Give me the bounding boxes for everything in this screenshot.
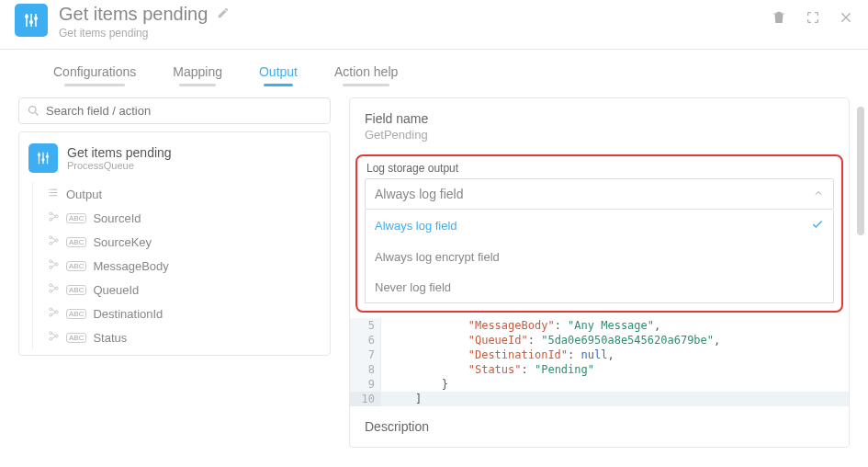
field-tree: Get items pending ProcessQueue OutputABC… (18, 131, 331, 356)
page-title: Get items pending (59, 4, 208, 25)
tab-output[interactable]: Output (257, 59, 299, 85)
svg-point-2 (34, 17, 38, 20)
option-label: Never log field (375, 280, 451, 294)
search-box[interactable] (18, 97, 331, 124)
code-line: 9 } (350, 377, 849, 392)
tab-bar: Configurations Mapping Output Action hel… (0, 50, 868, 85)
svg-point-22 (50, 308, 52, 311)
tab-configurations[interactable]: Configurations (51, 59, 138, 85)
tree-item[interactable]: ABCSourceKey (19, 230, 330, 254)
type-badge-abc: ABC (66, 333, 86, 343)
branch-icon (48, 282, 60, 297)
log-storage-section: Log storage output Always log field Alwa… (355, 154, 843, 313)
tree-root-sub: ProcessQueue (67, 160, 172, 171)
log-storage-option[interactable]: Always log field (366, 210, 833, 242)
detail-panel: Field name GetPending Log storage output… (349, 97, 850, 448)
action-icon (15, 4, 48, 37)
line-number: 7 (350, 347, 381, 362)
tree-item[interactable]: ABCStatus (19, 325, 330, 349)
svg-point-15 (55, 239, 58, 242)
tree-item[interactable]: ABCSourceId (19, 206, 330, 230)
log-storage-option[interactable]: Never log field (366, 272, 833, 302)
svg-point-25 (50, 332, 52, 335)
expand-button[interactable] (806, 10, 820, 28)
svg-point-5 (41, 158, 44, 161)
tree-item-label: SourceId (93, 211, 141, 225)
tree-item[interactable]: ABCDestinationId (19, 302, 330, 325)
branch-icon (48, 330, 60, 345)
tree-root-title: Get items pending (67, 145, 172, 160)
svg-point-3 (29, 107, 37, 114)
tree-item-label: DestinationId (93, 307, 163, 321)
edit-title-icon[interactable] (217, 6, 230, 22)
svg-point-20 (50, 290, 52, 292)
tree-item-label: QueueId (93, 283, 139, 297)
line-number: 10 (350, 392, 381, 406)
tab-mapping[interactable]: Mapping (171, 59, 224, 85)
close-button[interactable] (839, 10, 853, 28)
line-number: 9 (350, 377, 381, 392)
svg-point-8 (49, 192, 50, 193)
option-label: Always log encrypt field (375, 250, 500, 264)
field-name-label: Field name (365, 111, 834, 126)
svg-point-19 (50, 284, 52, 287)
tree-item[interactable]: ABCMessageBody (19, 254, 330, 278)
pencil-icon (217, 6, 230, 19)
line-number: 5 (350, 318, 381, 333)
search-icon (27, 104, 40, 118)
code-line: 5 "MessageBody": "Any Message", (350, 318, 849, 333)
log-storage-options: Always log fieldAlways log encrypt field… (365, 210, 834, 303)
svg-point-7 (49, 189, 50, 190)
chevron-up-icon (813, 187, 824, 201)
branch-icon (48, 211, 60, 225)
type-badge-abc: ABC (66, 309, 86, 319)
line-number: 6 (350, 333, 381, 347)
svg-point-1 (29, 20, 33, 24)
option-label: Always log field (375, 219, 457, 233)
svg-point-9 (49, 195, 50, 196)
search-input[interactable] (46, 104, 322, 118)
svg-point-14 (50, 242, 52, 245)
modal-header: Get items pending Get items pending (0, 0, 868, 50)
svg-point-0 (25, 15, 28, 18)
type-badge-abc: ABC (66, 213, 86, 223)
svg-point-24 (55, 311, 58, 313)
log-storage-option[interactable]: Always log encrypt field (366, 242, 833, 272)
sample-json: 5 "MessageBody": "Any Message",6 "QueueI… (350, 318, 849, 406)
tree-item-label: Output (66, 188, 102, 201)
tree-item[interactable]: Output (19, 182, 330, 206)
svg-point-13 (50, 236, 52, 239)
close-icon (839, 10, 853, 25)
svg-point-16 (50, 260, 52, 263)
list-icon (48, 187, 60, 201)
delete-button[interactable] (771, 9, 787, 28)
line-number: 8 (350, 362, 381, 377)
svg-point-18 (55, 263, 58, 266)
tree-item-label: MessageBody (93, 259, 168, 273)
code-line: 8 "Status": "Pending" (350, 362, 849, 377)
tree-item-label: Status (93, 331, 127, 345)
description-label: Description (350, 406, 849, 434)
scrollbar-thumb[interactable] (857, 107, 864, 235)
log-storage-selected: Always log field (375, 187, 464, 201)
tab-action-help[interactable]: Action help (333, 59, 400, 85)
branch-icon (48, 258, 60, 273)
pipeline-icon (22, 11, 40, 29)
svg-point-21 (55, 287, 58, 290)
log-storage-select[interactable]: Always log field (365, 178, 834, 210)
type-badge-abc: ABC (66, 261, 86, 271)
type-badge-abc: ABC (66, 285, 86, 295)
expand-icon (806, 10, 820, 25)
panel-scrollbar[interactable] (855, 97, 864, 448)
svg-point-10 (50, 212, 52, 215)
type-badge-abc: ABC (66, 237, 86, 247)
page-subtitle: Get items pending (59, 27, 771, 40)
branch-icon (48, 234, 60, 249)
svg-point-4 (38, 154, 40, 156)
branch-icon (48, 306, 60, 321)
tree-item[interactable]: ABCQueueId (19, 278, 330, 302)
field-name-value: GetPending (365, 128, 834, 142)
trash-icon (771, 9, 787, 26)
tree-root[interactable]: Get items pending ProcessQueue (19, 138, 330, 178)
code-line: 10 ] (350, 392, 849, 406)
